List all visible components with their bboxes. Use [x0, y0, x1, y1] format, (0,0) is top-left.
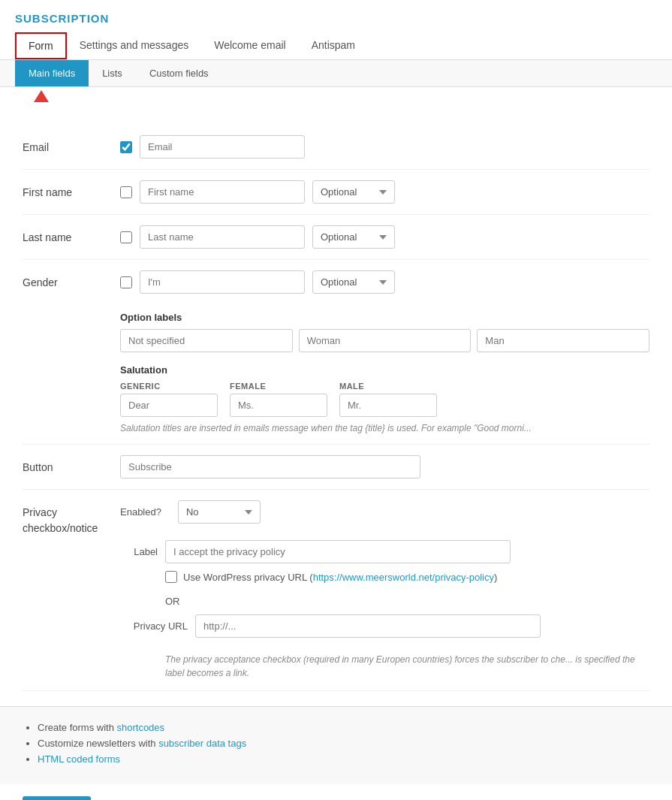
woman-input[interactable]	[299, 329, 472, 352]
tab-welcome[interactable]: Welcome email	[201, 32, 298, 59]
gender-input[interactable]	[140, 270, 305, 294]
data-tags-link[interactable]: subscriber data tags	[158, 738, 246, 749]
privacy-label: Privacy checkbox/notice	[23, 500, 120, 536]
wp-checkbox-text: Use WordPress privacy URL (https://www.m…	[183, 572, 497, 583]
privacy-label-input[interactable]	[165, 540, 511, 563]
salutation-title: Salutation	[120, 364, 649, 376]
first-name-row: First name Optional Required	[23, 170, 649, 215]
email-row: Email	[23, 125, 649, 170]
email-checkbox[interactable]	[120, 141, 132, 153]
last-name-label: Last name	[23, 225, 120, 243]
gender-dropdown[interactable]: Optional Required	[312, 270, 395, 294]
privacy-url-label: Privacy URL	[120, 620, 188, 632]
salutation-generic-input[interactable]	[120, 394, 218, 417]
salutation-female-label: FEMALE	[230, 382, 327, 391]
privacy-note: The privacy acceptance checkbox (require…	[165, 653, 649, 680]
salutation-female-input[interactable]	[230, 394, 327, 417]
button-label: Button	[23, 455, 120, 473]
gender-checkbox[interactable]	[120, 276, 132, 288]
tab-settings[interactable]: Settings and messages	[67, 32, 202, 59]
salutation-generic-label: GENERIC	[120, 382, 218, 391]
subtab-main-fields[interactable]: Main fields	[15, 60, 89, 86]
enabled-dropdown[interactable]: No Yes	[178, 500, 261, 524]
salutation-male-group: MALE	[339, 382, 437, 417]
or-text: OR	[165, 596, 180, 607]
salutation-generic-group: GENERIC	[120, 382, 218, 417]
html-forms-link[interactable]: HTML coded forms	[38, 753, 120, 765]
tab-form[interactable]: Form	[15, 32, 67, 59]
gender-label: Gender	[23, 270, 120, 288]
privacy-url-input[interactable]	[195, 614, 541, 638]
man-input[interactable]	[477, 329, 649, 352]
gender-row: Gender Optional Required Option labels	[23, 260, 649, 445]
email-input[interactable]	[140, 135, 305, 158]
email-label: Email	[23, 135, 120, 153]
footer-links: Create forms with shortcodes Customize n…	[0, 706, 672, 784]
subtab-custom-fields[interactable]: Custom fields	[136, 60, 222, 86]
save-button[interactable]: 💾 Save	[23, 796, 91, 800]
last-name-dropdown[interactable]: Optional Required	[312, 225, 395, 249]
first-name-input[interactable]	[140, 180, 305, 204]
salutation-note: Salutation titles are inserted in emails…	[120, 423, 649, 433]
label-field-label: Label	[120, 546, 158, 557]
footer-item-shortcodes: Create forms with shortcodes	[38, 722, 649, 733]
salutation-male-input[interactable]	[339, 394, 437, 417]
last-name-row: Last name Optional Required	[23, 215, 649, 260]
subscription-title: SUBSCRIPTION	[15, 12, 657, 25]
footer-item-data-tags: Customize newsletters with subscriber da…	[38, 738, 649, 749]
footer-item-html-forms: HTML coded forms	[38, 753, 649, 765]
button-row: Button	[23, 445, 649, 490]
last-name-input[interactable]	[140, 225, 305, 249]
wp-url-checkbox[interactable]	[165, 571, 177, 583]
salutation-male-label: MALE	[339, 382, 437, 391]
first-name-dropdown[interactable]: Optional Required	[312, 180, 395, 204]
save-row: 💾 Save	[0, 784, 672, 800]
arrow-up-indicator	[34, 90, 49, 102]
salutation-female-group: FEMALE	[230, 382, 327, 417]
last-name-checkbox[interactable]	[120, 231, 132, 243]
enabled-label: Enabled?	[120, 506, 161, 518]
first-name-checkbox[interactable]	[120, 186, 132, 198]
option-labels-section: Option labels	[120, 312, 649, 352]
wp-privacy-link[interactable]: https://www.meersworld.net/privacy-polic…	[313, 572, 494, 583]
first-name-label: First name	[23, 180, 120, 198]
salutation-section: Salutation GENERIC FEMALE MALE	[120, 364, 649, 433]
subtab-lists[interactable]: Lists	[89, 60, 136, 86]
privacy-row: Privacy checkbox/notice Enabled? No Yes …	[23, 490, 649, 691]
button-input[interactable]	[120, 455, 420, 478]
tab-antispam[interactable]: Antispam	[299, 32, 368, 59]
shortcodes-link[interactable]: shortcodes	[116, 722, 164, 733]
not-specified-input[interactable]	[120, 329, 293, 352]
option-labels-title: Option labels	[120, 312, 649, 323]
